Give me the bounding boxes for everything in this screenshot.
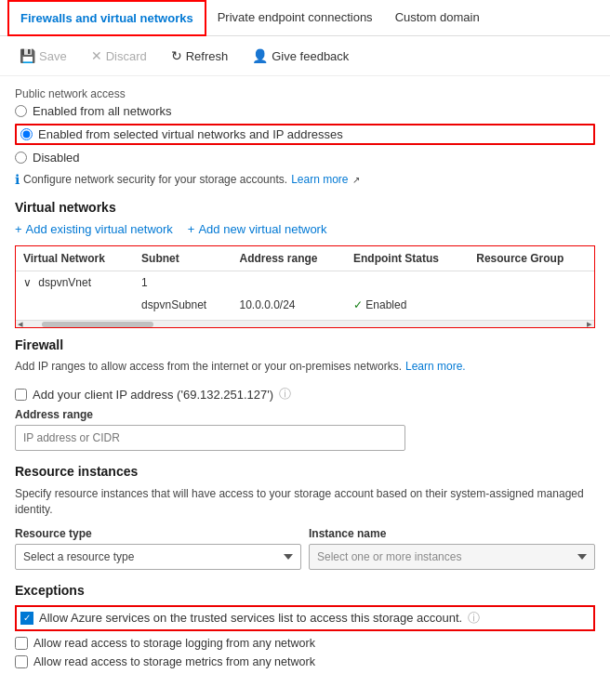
resource-instances-heading: Resource instances bbox=[15, 464, 595, 479]
rg-cell-child bbox=[469, 294, 594, 316]
subnet-cell-child: dspvnSubnet bbox=[134, 294, 232, 316]
exception-info-icon-0: ⓘ bbox=[468, 610, 480, 627]
check-icon: ✓ bbox=[353, 298, 363, 311]
col-endpoint: Endpoint Status bbox=[346, 246, 469, 271]
scroll-thumb[interactable] bbox=[42, 322, 153, 327]
endpoint-cell-parent bbox=[346, 271, 469, 295]
resource-type-wrapper: Select a resource type bbox=[15, 544, 301, 570]
tab-bar: Firewalls and virtual networks Private e… bbox=[0, 0, 610, 36]
col-vnet: Virtual Network bbox=[16, 246, 134, 271]
toolbar: 💾 Save ✕ Discard ↻ Refresh 👤 Give feedba… bbox=[0, 36, 610, 76]
external-link-icon: ↗ bbox=[352, 175, 360, 185]
client-ip-checkbox-row[interactable]: Add your client IP address ('69.132.251.… bbox=[15, 386, 595, 403]
table-row[interactable]: dspvnSubnet 10.0.0.0/24 ✓ Enabled bbox=[16, 294, 594, 316]
address-range-label: Address range bbox=[15, 408, 595, 421]
plus-icon-existing: + bbox=[15, 222, 22, 236]
endpoint-cell-child: ✓ Enabled bbox=[346, 294, 469, 316]
address-range-input[interactable] bbox=[15, 425, 405, 451]
exception-checkbox-0[interactable]: ✓ bbox=[20, 612, 33, 625]
address-cell-child: 10.0.0.0/24 bbox=[232, 294, 345, 316]
save-button[interactable]: 💾 Save bbox=[11, 44, 75, 68]
learn-more-link[interactable]: Learn more bbox=[291, 173, 348, 186]
public-network-label: Public network access bbox=[15, 87, 595, 100]
add-new-link[interactable]: + Add new virtual network bbox=[188, 222, 327, 236]
instance-name-select[interactable]: Select one or more instances bbox=[309, 544, 595, 570]
vnet-name-cell: ∨ dspvnVnet bbox=[16, 271, 134, 295]
horizontal-scrollbar[interactable]: ◂ ▸ bbox=[16, 320, 594, 327]
public-network-radio-group: Enabled from all networks Enabled from s… bbox=[15, 104, 595, 165]
resource-type-label: Resource type bbox=[15, 527, 301, 540]
address-cell-parent bbox=[232, 271, 345, 295]
client-ip-info-icon: ⓘ bbox=[279, 386, 291, 403]
info-icon: ℹ bbox=[15, 172, 20, 187]
radio-enabled-all[interactable]: Enabled from all networks bbox=[15, 104, 595, 118]
expand-icon[interactable]: ∨ bbox=[23, 276, 32, 289]
firewall-section: Firewall Add IP ranges to allow access f… bbox=[15, 337, 595, 451]
rg-cell-parent bbox=[469, 271, 594, 295]
main-content: Public network access Enabled from all n… bbox=[0, 76, 610, 685]
client-ip-checkbox[interactable] bbox=[15, 389, 27, 401]
radio-disabled[interactable]: Disabled bbox=[15, 151, 595, 165]
radio-enabled-selected[interactable]: Enabled from selected virtual networks a… bbox=[15, 124, 595, 145]
add-existing-link[interactable]: + Add existing virtual network bbox=[15, 222, 173, 236]
table-row[interactable]: ∨ dspvnVnet 1 bbox=[16, 271, 594, 295]
discard-icon: ✕ bbox=[91, 48, 102, 63]
feedback-button[interactable]: 👤 Give feedback bbox=[244, 44, 357, 68]
radio-enabled-all-input[interactable] bbox=[15, 105, 27, 117]
virtual-networks-heading: Virtual networks bbox=[15, 200, 595, 215]
firewall-learn-more[interactable]: Learn more. bbox=[405, 360, 466, 373]
scroll-right-arrow[interactable]: ▸ bbox=[587, 318, 592, 328]
feedback-icon: 👤 bbox=[252, 48, 268, 63]
instance-name-col: Instance name Select one or more instanc… bbox=[309, 527, 595, 570]
vnet-name-child bbox=[16, 294, 134, 316]
plus-icon-new: + bbox=[188, 222, 195, 236]
firewall-heading: Firewall bbox=[15, 337, 595, 352]
scroll-left-arrow[interactable]: ◂ bbox=[18, 318, 23, 328]
exception-checkbox-1[interactable] bbox=[15, 637, 28, 650]
refresh-button[interactable]: ↻ Refresh bbox=[163, 44, 237, 68]
exception-item-1[interactable]: Allow read access to storage logging fro… bbox=[15, 637, 595, 650]
resource-instances-desc: Specify resource instances that will hav… bbox=[15, 486, 595, 518]
vnet-table-wrapper: Virtual Network Subnet Address range End… bbox=[15, 245, 595, 328]
instance-name-label: Instance name bbox=[309, 527, 595, 540]
exceptions-heading: Exceptions bbox=[15, 583, 595, 598]
exceptions-section: Exceptions ✓ Allow Azure services on the… bbox=[15, 583, 595, 668]
add-network-links: + Add existing virtual network + Add new… bbox=[15, 222, 595, 236]
save-icon: 💾 bbox=[20, 48, 35, 63]
firewall-desc-row: Add IP ranges to allow access from the i… bbox=[15, 360, 595, 373]
exception-checkbox-2[interactable] bbox=[15, 655, 28, 668]
radio-disabled-input[interactable] bbox=[15, 152, 27, 164]
resource-grid: Resource type Select a resource type Ins… bbox=[15, 527, 595, 570]
col-subnet: Subnet bbox=[134, 246, 232, 271]
subnet-cell-parent: 1 bbox=[134, 271, 232, 295]
resource-type-col: Resource type Select a resource type bbox=[15, 527, 301, 570]
info-row: ℹ Configure network security for your st… bbox=[15, 172, 595, 187]
refresh-icon: ↻ bbox=[171, 48, 182, 63]
exception-item-0: ✓ Allow Azure services on the trusted se… bbox=[15, 605, 595, 631]
col-resource-group: Resource Group bbox=[469, 246, 594, 271]
table-header-row: Virtual Network Subnet Address range End… bbox=[16, 246, 594, 271]
tab-private-endpoint[interactable]: Private endpoint connections bbox=[206, 1, 384, 35]
radio-enabled-selected-input[interactable] bbox=[20, 128, 33, 140]
vnet-table: Virtual Network Subnet Address range End… bbox=[16, 246, 594, 316]
tab-firewalls[interactable]: Firewalls and virtual networks bbox=[7, 0, 206, 36]
instance-name-wrapper: Select one or more instances bbox=[309, 544, 595, 570]
col-address: Address range bbox=[232, 246, 345, 271]
tab-custom-domain[interactable]: Custom domain bbox=[384, 1, 491, 35]
resource-type-select[interactable]: Select a resource type bbox=[15, 544, 301, 570]
resource-instances-section: Resource instances Specify resource inst… bbox=[15, 464, 595, 570]
discard-button[interactable]: ✕ Discard bbox=[83, 44, 155, 68]
exception-item-2[interactable]: Allow read access to storage metrics fro… bbox=[15, 655, 595, 668]
